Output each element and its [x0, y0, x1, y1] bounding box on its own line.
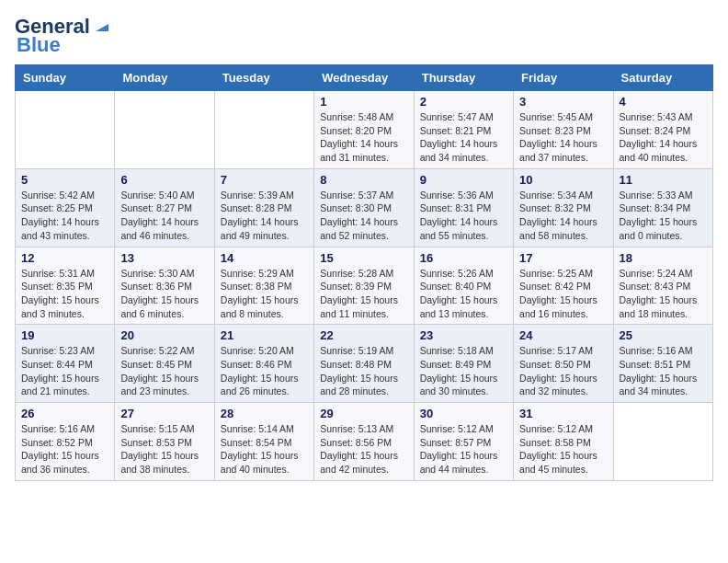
weekday-header-friday: Friday [514, 65, 613, 91]
weekday-header-tuesday: Tuesday [214, 65, 313, 91]
calendar-day-5: 5Sunrise: 5:42 AM Sunset: 8:25 PM Daylig… [16, 168, 115, 247]
day-info: Sunrise: 5:48 AM Sunset: 8:20 PM Dayligh… [320, 110, 407, 165]
day-number: 5 [21, 173, 108, 187]
calendar-day-30: 30Sunrise: 5:12 AM Sunset: 8:57 PM Dayli… [414, 403, 513, 481]
calendar-day-15: 15Sunrise: 5:28 AM Sunset: 8:39 PM Dayli… [314, 247, 414, 325]
day-number: 2 [420, 95, 507, 109]
day-number: 23 [420, 328, 507, 342]
day-number: 14 [221, 251, 308, 265]
day-info: Sunrise: 5:16 AM Sunset: 8:51 PM Dayligh… [620, 344, 707, 398]
calendar-day-1: 1Sunrise: 5:48 AM Sunset: 8:20 PM Daylig… [314, 91, 414, 169]
day-number: 8 [320, 173, 407, 187]
day-number: 1 [320, 95, 407, 109]
calendar-week-1: 1Sunrise: 5:48 AM Sunset: 8:20 PM Daylig… [16, 91, 713, 169]
calendar-day-11: 11Sunrise: 5:33 AM Sunset: 8:34 PM Dayli… [613, 168, 712, 247]
weekday-header-monday: Monday [115, 65, 214, 91]
day-info: Sunrise: 5:36 AM Sunset: 8:31 PM Dayligh… [420, 189, 507, 243]
day-info: Sunrise: 5:29 AM Sunset: 8:38 PM Dayligh… [221, 267, 308, 321]
calendar-empty-cell [115, 91, 214, 169]
calendar-day-24: 24Sunrise: 5:17 AM Sunset: 8:50 PM Dayli… [514, 325, 613, 403]
day-info: Sunrise: 5:43 AM Sunset: 8:24 PM Dayligh… [620, 110, 707, 165]
day-info: Sunrise: 5:22 AM Sunset: 8:45 PM Dayligh… [120, 344, 208, 398]
calendar-day-3: 3Sunrise: 5:45 AM Sunset: 8:23 PM Daylig… [514, 91, 613, 169]
day-info: Sunrise: 5:12 AM Sunset: 8:58 PM Dayligh… [519, 422, 607, 477]
calendar-day-28: 28Sunrise: 5:14 AM Sunset: 8:54 PM Dayli… [214, 403, 313, 481]
day-info: Sunrise: 5:45 AM Sunset: 8:23 PM Dayligh… [519, 110, 607, 165]
calendar-empty-cell [613, 403, 712, 481]
day-number: 7 [221, 173, 308, 187]
calendar-day-21: 21Sunrise: 5:20 AM Sunset: 8:46 PM Dayli… [214, 325, 313, 403]
calendar-day-27: 27Sunrise: 5:15 AM Sunset: 8:53 PM Dayli… [115, 403, 214, 481]
calendar-day-26: 26Sunrise: 5:16 AM Sunset: 8:52 PM Dayli… [16, 403, 115, 481]
calendar-day-12: 12Sunrise: 5:31 AM Sunset: 8:35 PM Dayli… [16, 247, 115, 325]
svg-marker-0 [96, 24, 108, 31]
day-info: Sunrise: 5:15 AM Sunset: 8:53 PM Dayligh… [120, 422, 208, 477]
day-info: Sunrise: 5:40 AM Sunset: 8:27 PM Dayligh… [120, 189, 208, 243]
calendar-week-4: 19Sunrise: 5:23 AM Sunset: 8:44 PM Dayli… [16, 325, 713, 403]
day-number: 9 [420, 173, 507, 187]
day-info: Sunrise: 5:23 AM Sunset: 8:44 PM Dayligh… [21, 344, 108, 398]
day-number: 18 [620, 251, 707, 265]
day-number: 31 [519, 407, 607, 420]
day-number: 16 [420, 251, 507, 265]
calendar-day-25: 25Sunrise: 5:16 AM Sunset: 8:51 PM Dayli… [613, 325, 712, 403]
day-number: 29 [320, 407, 407, 420]
calendar-day-22: 22Sunrise: 5:19 AM Sunset: 8:48 PM Dayli… [314, 325, 414, 403]
calendar-day-9: 9Sunrise: 5:36 AM Sunset: 8:31 PM Daylig… [414, 168, 513, 247]
calendar-empty-cell [214, 91, 313, 169]
calendar-empty-cell [16, 91, 115, 169]
day-info: Sunrise: 5:47 AM Sunset: 8:21 PM Dayligh… [420, 110, 507, 165]
day-info: Sunrise: 5:31 AM Sunset: 8:35 PM Dayligh… [21, 267, 108, 321]
day-info: Sunrise: 5:33 AM Sunset: 8:34 PM Dayligh… [620, 189, 707, 243]
day-info: Sunrise: 5:18 AM Sunset: 8:49 PM Dayligh… [420, 344, 507, 398]
calendar-day-23: 23Sunrise: 5:18 AM Sunset: 8:49 PM Dayli… [414, 325, 513, 403]
calendar-day-6: 6Sunrise: 5:40 AM Sunset: 8:27 PM Daylig… [115, 168, 214, 247]
day-info: Sunrise: 5:39 AM Sunset: 8:28 PM Dayligh… [221, 189, 308, 243]
weekday-header-wednesday: Wednesday [314, 65, 414, 91]
weekday-header-saturday: Saturday [613, 65, 712, 91]
calendar-table: SundayMondayTuesdayWednesdayThursdayFrid… [15, 64, 713, 481]
day-number: 12 [21, 251, 108, 265]
day-number: 19 [21, 328, 108, 342]
day-number: 30 [420, 407, 507, 420]
day-info: Sunrise: 5:17 AM Sunset: 8:50 PM Dayligh… [519, 344, 607, 398]
logo: General Blue [15, 15, 112, 57]
day-number: 13 [120, 251, 208, 265]
day-info: Sunrise: 5:20 AM Sunset: 8:46 PM Dayligh… [221, 344, 308, 398]
calendar-week-2: 5Sunrise: 5:42 AM Sunset: 8:25 PM Daylig… [16, 168, 713, 247]
calendar-day-14: 14Sunrise: 5:29 AM Sunset: 8:38 PM Dayli… [214, 247, 313, 325]
day-number: 21 [221, 328, 308, 342]
calendar-week-5: 26Sunrise: 5:16 AM Sunset: 8:52 PM Dayli… [16, 403, 713, 481]
calendar-day-10: 10Sunrise: 5:34 AM Sunset: 8:32 PM Dayli… [514, 168, 613, 247]
day-info: Sunrise: 5:13 AM Sunset: 8:56 PM Dayligh… [320, 422, 407, 477]
page-header: General Blue [15, 15, 713, 57]
day-info: Sunrise: 5:12 AM Sunset: 8:57 PM Dayligh… [420, 422, 507, 477]
day-info: Sunrise: 5:26 AM Sunset: 8:40 PM Dayligh… [420, 267, 507, 321]
day-info: Sunrise: 5:30 AM Sunset: 8:36 PM Dayligh… [120, 267, 208, 321]
calendar-day-31: 31Sunrise: 5:12 AM Sunset: 8:58 PM Dayli… [514, 403, 613, 481]
calendar-day-29: 29Sunrise: 5:13 AM Sunset: 8:56 PM Dayli… [314, 403, 414, 481]
day-number: 20 [120, 328, 208, 342]
day-number: 24 [519, 328, 607, 342]
day-number: 17 [519, 251, 607, 265]
logo-blue: Blue [17, 33, 61, 57]
weekday-header-sunday: Sunday [16, 65, 115, 91]
day-number: 25 [620, 328, 707, 342]
day-info: Sunrise: 5:42 AM Sunset: 8:25 PM Dayligh… [21, 189, 108, 243]
day-number: 28 [221, 407, 308, 420]
logo-icon [92, 15, 112, 35]
calendar-header-row: SundayMondayTuesdayWednesdayThursdayFrid… [16, 65, 713, 91]
day-number: 4 [620, 95, 707, 109]
day-number: 11 [620, 173, 707, 187]
calendar-day-20: 20Sunrise: 5:22 AM Sunset: 8:45 PM Dayli… [115, 325, 214, 403]
day-info: Sunrise: 5:34 AM Sunset: 8:32 PM Dayligh… [519, 189, 607, 243]
day-number: 6 [120, 173, 208, 187]
calendar-week-3: 12Sunrise: 5:31 AM Sunset: 8:35 PM Dayli… [16, 247, 713, 325]
calendar-day-8: 8Sunrise: 5:37 AM Sunset: 8:30 PM Daylig… [314, 168, 414, 247]
day-info: Sunrise: 5:28 AM Sunset: 8:39 PM Dayligh… [320, 267, 407, 321]
day-number: 10 [519, 173, 607, 187]
day-number: 15 [320, 251, 407, 265]
day-number: 3 [519, 95, 607, 109]
calendar-day-7: 7Sunrise: 5:39 AM Sunset: 8:28 PM Daylig… [214, 168, 313, 247]
calendar-day-4: 4Sunrise: 5:43 AM Sunset: 8:24 PM Daylig… [613, 91, 712, 169]
